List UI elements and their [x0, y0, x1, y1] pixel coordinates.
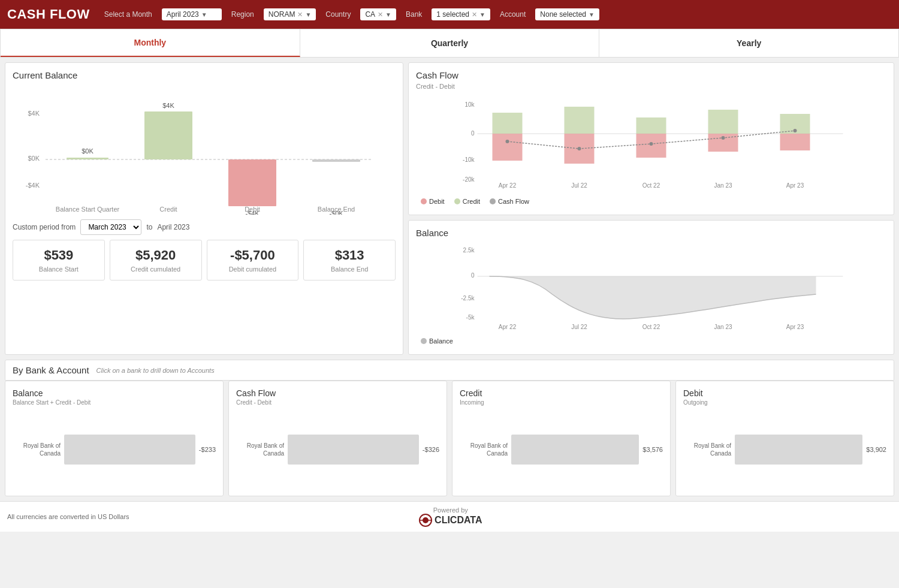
stat-debit-label: Debit cumulated	[215, 266, 291, 273]
svg-point-34	[722, 136, 725, 140]
svg-point-32	[578, 147, 581, 150]
bank-clear-icon[interactable]: ✕	[472, 11, 477, 19]
bank-balance-row: Royal Bank of Canada -$233	[13, 435, 216, 465]
account-label: Account	[500, 10, 526, 19]
bank-credit-track	[511, 435, 639, 465]
custom-period-to-label: to	[146, 223, 152, 231]
bank-cashflow-value: -$326	[423, 446, 439, 453]
by-bank-section: By Bank & Account Click on a bank to dri…	[5, 360, 894, 496]
custom-period-from-label: Custom period from	[13, 223, 76, 231]
account-arrow-icon: ▼	[589, 11, 595, 18]
country-clear-icon[interactable]: ✕	[378, 11, 383, 19]
bank-debit-value: $3,902	[866, 446, 886, 453]
stat-balance-end-label: Balance End	[311, 266, 388, 273]
region-label: Region	[231, 10, 254, 19]
bank-chart-credit-title: Credit	[460, 388, 663, 398]
svg-text:$0K: $0K	[28, 155, 40, 162]
bank-chart-cashflow: Cash Flow Credit - Debit Royal Bank of C…	[228, 381, 447, 496]
bank-cashflow-track	[288, 435, 419, 465]
svg-point-35	[794, 129, 797, 132]
svg-text:Debit: Debit	[245, 206, 260, 213]
svg-text:Apr 22: Apr 22	[499, 182, 517, 189]
footer: All currencies are converted in US Dolla…	[0, 501, 899, 532]
cashflow-card: Cash Flow Credit - Debit 10k 0 -10k -20k	[408, 62, 894, 215]
cashflow-subtitle: Credit - Debit	[416, 83, 886, 90]
credit-legend-icon	[454, 198, 460, 204]
bank-debit-row: Royal Bank of Canada $3,902	[683, 435, 886, 465]
bank-balance-label: Royal Bank of Canada	[13, 442, 61, 457]
tab-yearly[interactable]: Yearly	[599, 29, 898, 57]
stat-balance-start-value: $539	[20, 248, 97, 263]
legend-cashflow: Cash Flow	[490, 198, 529, 205]
balance-legend-icon	[421, 338, 427, 344]
svg-text:Oct 22: Oct 22	[642, 182, 660, 189]
stat-balance-start-label: Balance Start	[20, 266, 97, 273]
bank-debit-track	[735, 435, 862, 465]
svg-text:Apr 23: Apr 23	[786, 324, 804, 330]
svg-text:2.5k: 2.5k	[463, 247, 475, 254]
bank-filter[interactable]: 1 selected ✕ ▼	[432, 8, 490, 20]
country-filter[interactable]: CA ✕ ▼	[360, 8, 396, 20]
bank-debit-label: Royal Bank of Canada	[683, 442, 731, 457]
svg-text:10k: 10k	[464, 101, 475, 108]
svg-text:Jan 23: Jan 23	[714, 324, 732, 330]
legend-credit: Credit	[454, 198, 480, 205]
cashflow-legend-label: Cash Flow	[498, 198, 529, 205]
svg-text:Credit: Credit	[159, 206, 177, 213]
region-clear-icon[interactable]: ✕	[297, 11, 303, 19]
custom-period-from-select[interactable]: March 2023	[80, 219, 141, 235]
svg-text:$4K: $4K	[162, 102, 174, 109]
bank-chart-credit: Credit Incoming Royal Bank of Canada $3,…	[452, 381, 671, 496]
svg-text:-2.5k: -2.5k	[461, 295, 475, 301]
svg-text:Balance End: Balance End	[317, 206, 354, 213]
current-balance-chart: $4K $0K -$4K $0K $4K -$4K -$0K Balance	[19, 83, 390, 215]
svg-rect-25	[636, 117, 666, 134]
region-value: NORAM	[269, 10, 295, 19]
tab-monthly[interactable]: Monthly	[1, 29, 300, 57]
balance-title: Balance	[416, 228, 886, 238]
svg-rect-4	[67, 158, 108, 159]
bank-chart-debit-subtitle: Outgoing	[683, 399, 886, 406]
svg-text:-$4K: -$4K	[25, 182, 40, 189]
svg-text:$0K: $0K	[82, 147, 93, 155]
balance-chart: 2.5k 0 -2.5k -5k Apr 22 Jul 22 Oct 22 Ja…	[416, 240, 886, 333]
custom-period: Custom period from March 2023 to April 2…	[13, 219, 396, 235]
bank-chart-credit-subtitle: Incoming	[460, 399, 663, 406]
region-arrow-icon: ▼	[305, 11, 311, 18]
svg-text:-10k: -10k	[463, 156, 475, 163]
main-content: Current Balance $4K $0K -$4K $0K $4K -$4…	[0, 58, 899, 501]
bank-cashflow-container: Royal Bank of Canada -$326	[236, 411, 439, 489]
by-bank-title: By Bank & Account	[13, 365, 89, 375]
bank-value: 1 selected	[436, 10, 469, 19]
month-arrow-icon: ▼	[201, 11, 207, 18]
account-filter[interactable]: None selected ▼	[535, 8, 599, 20]
tabs-bar: Monthly Quarterly Yearly	[0, 29, 899, 58]
cashflow-legend-icon	[490, 198, 496, 204]
month-value: April 2023	[167, 10, 199, 19]
svg-text:-20k: -20k	[463, 176, 475, 183]
stat-credit-value: $5,920	[117, 248, 194, 263]
month-select[interactable]: April 2023 ▼	[162, 8, 222, 20]
bank-chart-balance-title: Balance	[13, 388, 216, 398]
by-bank-header: By Bank & Account Click on a bank to dri…	[5, 360, 894, 381]
app-title: CASH FLOW	[7, 7, 90, 22]
stat-credit-cumulated: $5,920 Credit cumulated	[110, 240, 202, 281]
brand-logo: CLICDATA	[419, 514, 482, 527]
region-filter[interactable]: NORAM ✕ ▼	[264, 8, 316, 20]
svg-rect-23	[565, 107, 595, 134]
by-bank-hint: Click on a bank to drill down to Account…	[96, 367, 215, 374]
svg-text:0: 0	[471, 130, 475, 137]
bank-cashflow-row: Royal Bank of Canada -$326	[236, 435, 439, 465]
bank-credit-value: $3,576	[642, 446, 663, 453]
svg-rect-6	[144, 111, 192, 159]
country-value: CA	[365, 10, 375, 19]
stat-debit-value: -$5,700	[215, 248, 291, 263]
select-month-label: Select a Month	[104, 10, 152, 19]
balance-legend-item: Balance	[421, 337, 453, 345]
header: CASH FLOW Select a Month April 2023 ▼ Re…	[0, 0, 899, 29]
svg-text:-5k: -5k	[466, 314, 475, 321]
footer-brand-area: Powered by CLICDATA	[419, 506, 482, 527]
bank-debit-container: Royal Bank of Canada $3,902	[683, 411, 886, 489]
tab-quarterly[interactable]: Quarterly	[300, 29, 600, 57]
stats-row: $539 Balance Start $5,920 Credit cumulat…	[13, 240, 396, 281]
